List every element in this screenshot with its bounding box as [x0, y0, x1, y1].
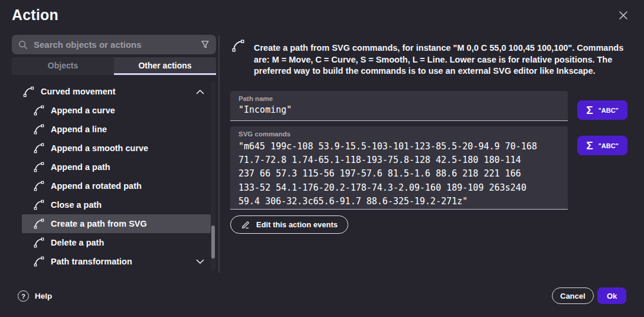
svg-commands-field[interactable]: SVG commands "m645 199c-108 53.9-15.5-10… — [230, 126, 568, 210]
search-icon — [18, 40, 28, 50]
edit-action-events-label: Edit this action events — [256, 220, 338, 229]
curve-icon — [32, 142, 45, 155]
close-icon — [617, 9, 630, 22]
list-item-delete-a-path[interactable]: Delete a path — [22, 233, 211, 252]
list-item-label: Append a rotated path — [51, 181, 204, 191]
list-group-label: Curved movement — [41, 87, 191, 96]
close-button[interactable] — [616, 9, 630, 23]
tab-objects[interactable]: Objects — [12, 57, 114, 75]
list-item-append-a-smooth-curve[interactable]: Append a smooth curve — [22, 139, 211, 158]
search-box — [12, 35, 216, 54]
list-item-label: Append a curve — [51, 106, 204, 115]
path-name-field[interactable]: Path name "Incoming" — [230, 91, 568, 121]
svg-commands-value: "m645 199c-108 53.9-15.5-103-101-123-85.… — [238, 140, 560, 208]
list-item-append-a-line[interactable]: Append a line — [22, 120, 211, 139]
list-group-curved-movement[interactable]: Curved movement — [12, 82, 211, 101]
filter-icon[interactable] — [200, 40, 210, 50]
curve-icon — [32, 179, 45, 192]
action-description: Create a path from SVG commands, for ins… — [254, 43, 633, 77]
field-label: SVG commands — [238, 130, 560, 138]
expression-abc-label: "ABC" — [599, 142, 619, 149]
sigma-icon: Σ — [586, 140, 593, 151]
ok-button[interactable]: Ok — [597, 287, 626, 304]
actions-list: Curved movement Append a curve Append a … — [12, 82, 211, 271]
tab-bar: Objects Other actions — [12, 57, 216, 75]
page-title: Action — [12, 6, 58, 24]
curve-icon — [32, 236, 45, 249]
list-item-label: Delete a path — [51, 238, 204, 247]
list-item-create-a-path-from-svg[interactable]: Create a path from SVG — [22, 214, 211, 233]
curve-icon — [32, 123, 45, 136]
help-link[interactable]: ? Help — [18, 290, 52, 302]
chevron-down-icon — [196, 259, 204, 264]
list-item-label: Path transformation — [51, 257, 191, 266]
list-item-label: Create a path from SVG — [51, 219, 204, 228]
list-item-label: Append a line — [51, 125, 204, 134]
list-item-append-a-rotated-path[interactable]: Append a rotated path — [22, 177, 211, 195]
path-name-value: "Incoming" — [238, 104, 560, 115]
chevron-up-icon — [196, 89, 204, 94]
field-label: Path name — [238, 95, 560, 102]
list-item-path-transformation[interactable]: Path transformation — [22, 252, 211, 271]
list-item-append-a-curve[interactable]: Append a curve — [22, 101, 211, 120]
svg-commands-expression-button[interactable]: Σ "ABC" — [577, 136, 627, 155]
curve-icon — [22, 85, 35, 99]
cancel-button[interactable]: Cancel — [552, 287, 594, 304]
help-icon: ? — [18, 290, 29, 302]
curve-icon — [32, 255, 45, 268]
pencil-icon — [241, 220, 251, 230]
help-label: Help — [35, 292, 52, 300]
list-item-label: Append a smooth curve — [51, 143, 204, 153]
panel-divider — [218, 35, 220, 273]
list-item-append-a-path[interactable]: Append a path — [22, 158, 211, 177]
scrollbar-thumb[interactable] — [211, 226, 215, 259]
sigma-icon: Σ — [586, 104, 593, 116]
curve-icon — [32, 161, 45, 174]
tab-other-actions[interactable]: Other actions — [114, 57, 216, 75]
list-item-label: Close a path — [51, 200, 204, 210]
curve-icon — [32, 217, 45, 230]
list-item-label: Append a path — [51, 162, 204, 172]
path-name-expression-button[interactable]: Σ "ABC" — [577, 100, 627, 120]
edit-action-events-button[interactable]: Edit this action events — [230, 215, 348, 234]
curve-icon — [230, 38, 246, 54]
curve-icon — [32, 198, 45, 211]
list-item-close-a-path[interactable]: Close a path — [22, 195, 211, 214]
expression-abc-label: "ABC" — [599, 107, 619, 114]
curve-icon — [32, 104, 45, 117]
search-input[interactable] — [34, 40, 195, 50]
